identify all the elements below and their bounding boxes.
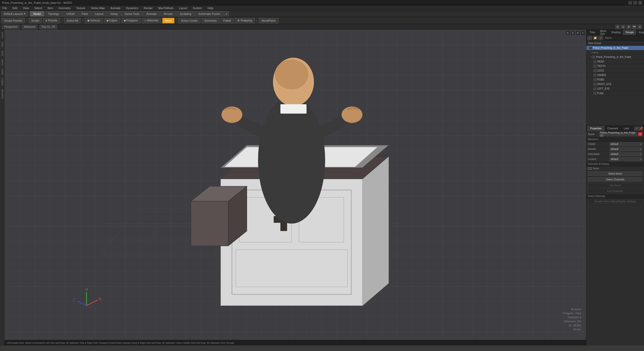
viewport-icon-3[interactable]: ⊠ [626, 25, 631, 29]
perspective-button[interactable]: Perspective [2, 25, 20, 29]
menu-item[interactable]: Item [47, 6, 54, 10]
left-tab-snap[interactable]: Snap [1, 49, 4, 57]
tab-game-tools[interactable]: Game Tools [122, 11, 143, 17]
tab-paint[interactable]: Paint [79, 11, 91, 17]
viewport-icon-1[interactable]: ⊞ [615, 25, 620, 29]
layout-dropdown[interactable]: Default Layouts ▾ [2, 11, 28, 17]
right-tab-groups[interactable]: Groups [623, 30, 636, 35]
render-onion-button[interactable]: Render Onion Skins/Display Settings [588, 199, 642, 204]
tree-item-pulpit[interactable]: ✓ Pulpit [586, 91, 644, 96]
vis-check-robe[interactable]: ✓ [593, 78, 596, 81]
tree-item-right-eye[interactable]: ✓ RIGHT_EYE [586, 82, 644, 87]
close-button[interactable]: ✕ [638, 1, 642, 5]
right-tab-images[interactable]: Images [636, 30, 644, 35]
maximize-button[interactable]: □ [633, 1, 637, 5]
left-tab-paint[interactable]: Paint [1, 40, 4, 49]
viewport-icon-settings[interactable]: ⚙ [637, 25, 642, 29]
vis-check-mesh[interactable]: ✓ [592, 56, 595, 59]
sculpt-button[interactable]: Sculpt [29, 18, 42, 23]
tab-uvedit[interactable]: UVEdit [63, 11, 78, 17]
left-tab-curve[interactable]: Curve [1, 31, 4, 40]
vp-icon-settings[interactable]: ⚙ [576, 31, 580, 35]
name-field[interactable]: Priest_Preaching_in_the_Pulpit (2) [599, 132, 637, 136]
materials-button[interactable]: ◇ Materials [142, 18, 161, 23]
minimize-button[interactable]: — [628, 1, 632, 5]
menu-render[interactable]: Render [143, 6, 154, 10]
menu-animate[interactable]: Animate [109, 6, 121, 10]
viewport-icon-camera[interactable]: 📷 [632, 25, 636, 29]
tree-item-robe[interactable]: ✓ ROBE [586, 77, 644, 82]
key-channels-button[interactable]: Key Channels [588, 189, 642, 193]
tab-topology[interactable]: Topology [45, 11, 62, 17]
menu-layout[interactable]: Layout [178, 6, 188, 10]
viewport-icon-2[interactable]: ⊟ [621, 25, 625, 29]
menu-dynamics[interactable]: Dynamics [125, 6, 139, 10]
left-tab-deform[interactable]: Deform [1, 76, 4, 87]
vis-check[interactable]: ✓ [589, 47, 592, 50]
vis-check-hands[interactable]: ✓ [593, 74, 596, 77]
tab-sculpting[interactable]: Sculpting [177, 11, 195, 17]
sculpt-presets-button[interactable]: Sculpt Presets [2, 18, 25, 23]
tree-item-left-eye[interactable]: ✓ LEFT_EYE [586, 87, 644, 91]
advanced-button[interactable]: Advanced [22, 25, 37, 29]
left-tab-model[interactable]: Model [1, 58, 4, 67]
tab-layout[interactable]: Layout [92, 11, 107, 17]
key-items-button[interactable]: Key Items [588, 183, 642, 187]
render-dropdown[interactable]: default [610, 147, 642, 151]
menu-select[interactable]: Select [33, 6, 43, 10]
vp-icon-maximize[interactable]: ⊞ [565, 31, 570, 35]
selectable-dropdown[interactable]: default [610, 152, 642, 156]
vis-check-legs[interactable]: ✓ [593, 69, 596, 72]
symmetry-button[interactable]: Symmetry [202, 18, 220, 23]
tree-item-priest-mesh[interactable]: ▾ ✓ Priest_Preaching_in_the_Pulpit [586, 55, 644, 59]
vp-icon-close[interactable]: ✕ [581, 31, 585, 35]
menu-view[interactable]: View [22, 6, 30, 10]
tab-schematic[interactable]: Schematic Fusion [195, 11, 223, 17]
prop-tab-lists[interactable]: Lists [621, 126, 632, 131]
tree-item-priest-group[interactable]: ▾ ✓ Priest_Preaching_in_the_Pulpit [586, 46, 644, 50]
menu-help[interactable]: Help [207, 6, 214, 10]
tab-animate[interactable]: Animate [143, 11, 160, 17]
right-tab-tints[interactable]: Tints [587, 30, 597, 35]
tree-folder-icon[interactable]: 📁 [593, 36, 597, 40]
menu-maxtomodo[interactable]: MaxToModo [157, 6, 174, 10]
tree-item-head[interactable]: ✓ HEAD [586, 59, 644, 64]
tab-render[interactable]: Render [160, 11, 176, 17]
right-tab-shading[interactable]: Shading [609, 30, 623, 35]
menu-vertex-map[interactable]: Vertex Map [90, 6, 106, 10]
tab-setup[interactable]: Setup [107, 11, 121, 17]
prop-expand-icon[interactable]: ⤢ [634, 127, 638, 131]
falloff-button[interactable]: Falloff [221, 18, 234, 23]
visible-dropdown[interactable]: default [610, 142, 642, 146]
ray-gl-button[interactable]: Ray GL: Off [40, 25, 57, 29]
edges-button[interactable]: ◆ Edges [104, 18, 120, 23]
vis-check-right-eye[interactable]: ✓ [593, 83, 596, 86]
tab-add-button[interactable]: + [224, 11, 229, 16]
menu-file[interactable]: File [2, 6, 8, 10]
menu-edit[interactable]: Edit [12, 6, 18, 10]
vis-check-teeth[interactable]: ✓ [593, 65, 596, 68]
tree-item-legs[interactable]: ✓ LEGS [586, 68, 644, 73]
world-plane-button[interactable]: WorldPlane [259, 18, 279, 23]
vis-check-head[interactable]: ✓ [593, 60, 596, 63]
name-clear-button[interactable]: ✕ [638, 132, 642, 136]
menu-geometry[interactable]: Geometry [57, 6, 71, 10]
select-items-button[interactable]: Select Items [588, 171, 642, 176]
prop-pin-icon[interactable]: 📌 [639, 127, 643, 131]
select-all-button[interactable]: Select All [64, 18, 81, 23]
items-button[interactable]: Items [162, 18, 175, 23]
locked-dropdown[interactable]: default [610, 157, 642, 161]
prop-tab-properties[interactable]: Properties [587, 126, 604, 131]
tree-item-teeth[interactable]: ✓ TEETH [586, 64, 644, 68]
tree-item-hands[interactable]: ✓ HANDS [586, 73, 644, 77]
vis-check-left-eye[interactable]: ✓ [593, 87, 596, 90]
select-channels-button[interactable]: Select Channels [588, 177, 642, 182]
vis-check-pulpit[interactable]: ✓ [593, 92, 596, 95]
snapping-button[interactable]: ⊕ Snapping [235, 18, 255, 23]
left-tab-duplicate[interactable]: Duplicate [1, 88, 4, 100]
prop-tab-channels[interactable]: Channels [605, 126, 621, 131]
presets-button[interactable]: ▸ Presets [43, 18, 60, 23]
vp-icon-menu[interactable]: ☰ [571, 31, 575, 35]
right-tab-mesh-ops[interactable]: Mesh Ops [598, 30, 608, 35]
polygons-button[interactable]: ◆ Polygons [121, 18, 141, 23]
